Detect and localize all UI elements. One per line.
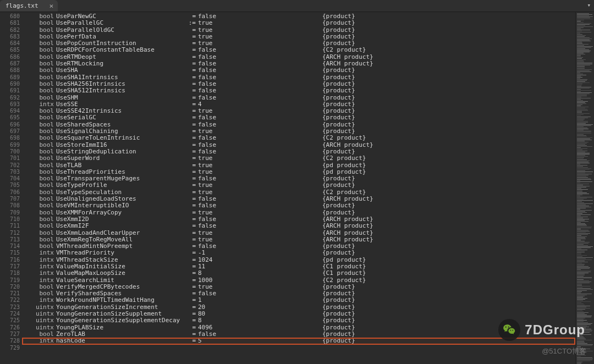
- flag-op: =: [180, 223, 196, 229]
- flag-op: =: [180, 202, 196, 209]
- flag-name: hashCode: [54, 338, 180, 344]
- flag-value: true: [196, 230, 289, 236]
- flag-category: {ARCH product}: [289, 223, 373, 229]
- flag-category: {product}: [289, 202, 355, 209]
- flag-op: =: [180, 338, 196, 344]
- flag-type: bool: [25, 162, 54, 169]
- code-line: intxWorkAroundNPTLTimedWaitHang=1{produc…: [22, 297, 575, 304]
- code-line: boolUseXmmLoadAndClearUpper=true{ARCH pr…: [22, 230, 575, 236]
- flag-category: {C2 product}: [289, 135, 366, 141]
- flag-type: intx: [25, 250, 54, 256]
- flag-name: UseRDPCForConstantTableBase: [54, 47, 180, 53]
- code-line: boolUseSuperWord=true{C2 product}: [22, 155, 575, 162]
- line-number: 704: [0, 175, 20, 182]
- flag-op: =: [180, 162, 196, 169]
- flag-name: VMThreadPriority: [54, 250, 180, 256]
- flag-name: UseSHA: [54, 67, 180, 74]
- code-line: boolUseRTMDeopt=false{ARCH product}: [22, 54, 575, 60]
- tab-flags-txt[interactable]: flags.txt ×: [0, 0, 58, 12]
- code-line: boolUseSSE42Intrinsics=true{product}: [22, 108, 575, 114]
- line-number: 691: [0, 87, 20, 94]
- line-number: 708: [0, 202, 20, 209]
- flag-value: false: [196, 290, 289, 297]
- flag-op: =: [180, 155, 196, 162]
- flag-type: bool: [25, 47, 54, 53]
- line-number: 713: [0, 236, 20, 243]
- flag-value: 8: [196, 270, 289, 277]
- close-icon[interactable]: ×: [50, 2, 54, 10]
- line-number: 722: [0, 297, 20, 304]
- flag-value: false: [196, 331, 289, 338]
- flag-value: false: [196, 47, 289, 53]
- tab-title: flags.txt: [6, 2, 38, 9]
- flag-category: {product}: [289, 67, 355, 74]
- code-line: boolUseParallelOldGC=true{product}: [22, 27, 575, 34]
- code-line: boolUseRTMLocking=false{ARCH product}: [22, 60, 575, 67]
- flag-category: {C2 product}: [289, 47, 366, 53]
- flag-op: =: [180, 135, 196, 141]
- code-line: uintxYoungPLABSize=4096{product}: [22, 324, 575, 331]
- flag-value: false: [196, 243, 289, 250]
- flag-op: =: [180, 250, 196, 256]
- line-number: 705: [0, 182, 20, 189]
- flag-category: {product}: [289, 317, 355, 324]
- line-number: 685: [0, 47, 20, 53]
- flag-name: UseTLAB: [54, 162, 180, 169]
- flag-category: {product}: [289, 114, 355, 121]
- flag-name: YoungGenerationSizeSupplementDecay: [54, 317, 180, 324]
- code-line: boolUseSHM=false{product}: [22, 95, 575, 101]
- flag-category: {product}: [289, 182, 355, 189]
- line-number: 728: [0, 338, 20, 344]
- flag-value: -1: [196, 250, 289, 256]
- code-line: boolUseSHA512Intrinsics=false{product}: [22, 87, 575, 94]
- line-number: 686: [0, 54, 20, 60]
- line-number: 707: [0, 196, 20, 202]
- flag-category: {C1 product}: [289, 270, 366, 277]
- flag-category: {ARCH product}: [289, 230, 373, 236]
- line-number: 701: [0, 155, 20, 162]
- flag-value: true: [196, 20, 289, 26]
- line-number: 712: [0, 230, 20, 236]
- flag-value: true: [196, 155, 289, 162]
- line-number: 698: [0, 135, 20, 141]
- line-number: 684: [0, 40, 20, 47]
- flag-value: 8: [196, 317, 289, 324]
- flag-type: bool: [25, 230, 54, 236]
- flag-type: bool: [25, 202, 54, 209]
- code-line: boolUseStringDeduplication=false{product…: [22, 148, 575, 155]
- flag-type: intx: [25, 297, 54, 304]
- line-number: 682: [0, 27, 20, 34]
- line-number: 721: [0, 290, 20, 297]
- flag-value: false: [196, 135, 289, 141]
- line-number: 715: [0, 250, 20, 256]
- flag-value: true: [196, 182, 289, 189]
- flag-op: =: [180, 114, 196, 121]
- line-number: 697: [0, 128, 20, 135]
- line-number: 716: [0, 257, 20, 263]
- chevron-down-icon[interactable]: ▾: [587, 2, 591, 9]
- flag-value: 1024: [196, 257, 289, 263]
- line-number: 719: [0, 277, 20, 284]
- flag-op: =: [180, 270, 196, 277]
- flag-value: 80: [196, 311, 289, 317]
- code-line: boolUseRDPCForConstantTableBase=false{C2…: [22, 47, 575, 53]
- flag-name: UseXmmLoadAndClearUpper: [54, 230, 180, 236]
- flag-value: false: [196, 95, 289, 101]
- line-number: 727: [0, 331, 20, 338]
- line-number: 699: [0, 142, 20, 148]
- line-number: 693: [0, 101, 20, 108]
- line-number: 700: [0, 148, 20, 155]
- flag-name: WorkAroundNPTLTimedWaitHang: [54, 297, 180, 304]
- line-number: 683: [0, 34, 20, 40]
- code-line: uintxYoungGenerationSizeSupplementDecay=…: [22, 317, 575, 324]
- flag-op: =: [180, 230, 196, 236]
- line-number: 710: [0, 216, 20, 223]
- flag-value: false: [196, 223, 289, 229]
- flag-op: =: [180, 47, 196, 53]
- code-view[interactable]: boolUseParNewGC=false{product}boolUsePar…: [22, 12, 575, 364]
- minimap[interactable]: [575, 12, 594, 364]
- flag-value: 5: [196, 338, 289, 344]
- line-number: 718: [0, 270, 20, 277]
- flag-name: UseVMInterruptibleIO: [54, 202, 180, 209]
- line-number: 726: [0, 324, 20, 331]
